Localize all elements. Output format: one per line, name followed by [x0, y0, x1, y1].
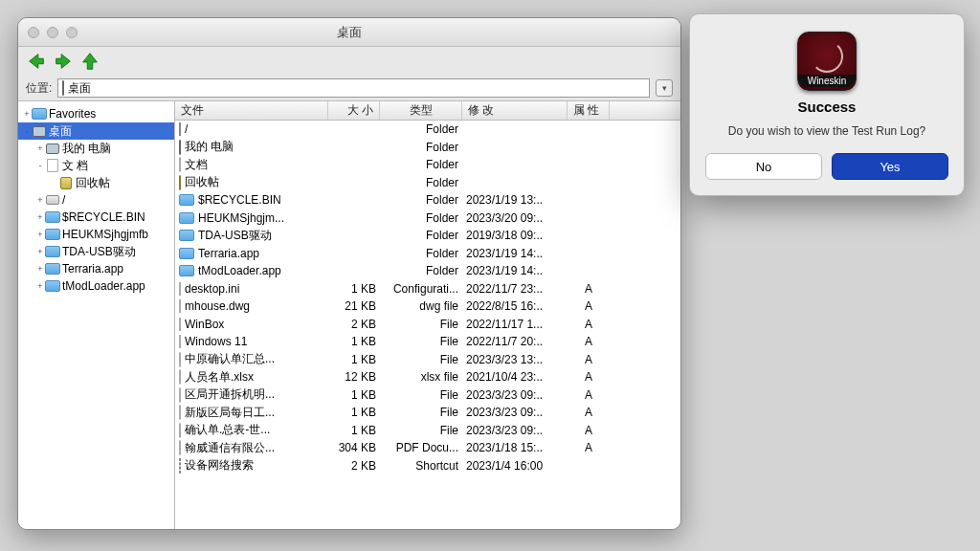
tree-item[interactable]: 回收帖 [18, 174, 174, 191]
file-modified: 2023/3/23 13:.. [462, 353, 568, 366]
file-attr: A [568, 370, 610, 384]
folder-icon [179, 230, 194, 241]
table-row[interactable]: /Folder [175, 121, 680, 139]
table-row[interactable]: TDA-USB驱动Folder2019/3/18 09:.. [175, 227, 680, 245]
monitor-icon [179, 141, 181, 154]
file-name: mhouse.dwg [185, 299, 250, 313]
tree-item[interactable]: +TDA-USB驱动 [18, 243, 174, 260]
col-attr[interactable]: 属 性 [568, 101, 610, 120]
table-row[interactable]: 设备网络搜索2 KBShortcut2023/1/4 16:00 [175, 457, 680, 475]
table-row[interactable]: 区局开通拆机明...1 KBFile2023/3/23 09:..A [175, 386, 680, 405]
table-row[interactable]: 新版区局每日工...1 KBFile2023/3/23 09:..A [175, 404, 680, 422]
disclosure-icon[interactable]: - [22, 126, 32, 136]
tree-item-label: 桌面 [49, 123, 72, 140]
tree-item[interactable]: +HEUKMSjhgjmfb [18, 226, 174, 243]
file-type: File [380, 353, 462, 366]
table-row[interactable]: $RECYCLE.BINFolder2023/1/19 13:.. [175, 191, 680, 209]
location-dropdown[interactable]: ▾ [656, 79, 673, 97]
table-row[interactable]: 确认单.总表-世...1 KBFile2023/3/23 09:..A [175, 422, 680, 440]
table-row[interactable]: 翰威通信有限公...304 KBPDF Docu...2023/1/18 15:… [175, 439, 680, 457]
table-row[interactable]: WinBox2 KBFile2022/11/17 1...A [175, 316, 680, 334]
folder-tree[interactable]: +Favorites-桌面+我的 电脑-文 档回收帖+/+$RECYCLE.BI… [18, 101, 175, 529]
location-bar: 位置: 桌面 ▾ [18, 76, 680, 100]
file-modified: 2023/3/20 09:.. [462, 211, 568, 225]
col-modified[interactable]: 修 改 [462, 101, 568, 120]
file-attr: A [568, 388, 610, 402]
file-name: / [185, 122, 188, 136]
tree-item[interactable]: +我的 电脑 [18, 140, 174, 157]
tree-item[interactable]: +/ [18, 191, 174, 209]
tree-item[interactable]: +tModLoader.app [18, 277, 174, 295]
file-modified: 2023/1/19 13:.. [462, 193, 568, 207]
table-row[interactable]: 回收帖Folder [175, 174, 680, 192]
col-file[interactable]: 文件 [175, 101, 328, 120]
disclosure-icon[interactable]: + [35, 264, 45, 274]
col-type[interactable]: 类型 [380, 101, 462, 120]
nav-toolbar [18, 47, 680, 76]
table-row[interactable]: desktop.ini1 KBConfigurati...2022/11/7 2… [175, 280, 680, 298]
location-field[interactable]: 桌面 [57, 78, 650, 98]
tree-item[interactable]: +Favorites [18, 105, 174, 122]
file-modified: 2022/11/7 23:.. [462, 282, 568, 296]
file-type: xlsx file [380, 370, 462, 384]
table-row[interactable]: mhouse.dwg21 KBdwg file2022/8/15 16:..A [175, 298, 680, 316]
tree-item-label: 文 档 [62, 158, 88, 174]
table-row[interactable]: 中原确认单汇总...1 KBFile2023/3/23 13:..A [175, 351, 680, 369]
tree-item[interactable]: +Terraria.app [18, 260, 174, 277]
disclosure-icon[interactable]: + [35, 143, 45, 153]
file-modified: 2023/3/23 09:.. [462, 406, 568, 419]
file-name: $RECYCLE.BIN [198, 193, 281, 207]
nav-forward-button[interactable] [53, 51, 74, 72]
tree-item[interactable]: -桌面 [18, 122, 174, 140]
yes-button[interactable]: Yes [832, 153, 948, 180]
folder-icon [45, 210, 60, 224]
disclosure-icon[interactable]: + [35, 281, 45, 291]
dialog-buttons: No Yes [705, 153, 948, 180]
file-list[interactable]: /Folder我的 电脑Folder文档Folder回收帖Folder$RECY… [175, 121, 680, 529]
col-size[interactable]: 大 小 [328, 101, 380, 120]
disclosure-icon[interactable]: + [35, 230, 45, 239]
file-type: Folder [380, 193, 462, 207]
file-name: HEUKMSjhgjm... [198, 211, 284, 225]
trash-icon [179, 176, 181, 189]
file-modified: 2021/10/4 23:.. [462, 370, 568, 384]
file-type: File [380, 335, 462, 348]
table-row[interactable]: 人员名单.xlsx12 KBxlsx file2021/10/4 23:..A [175, 368, 680, 386]
disclosure-icon[interactable]: - [35, 161, 45, 170]
file-type: Folder [380, 158, 462, 171]
file-type: Folder [380, 247, 462, 260]
table-row[interactable]: Terraria.appFolder2023/1/19 14:.. [175, 245, 680, 263]
folder-icon [45, 228, 60, 241]
disclosure-icon[interactable]: + [22, 109, 32, 119]
titlebar[interactable]: 桌面 [18, 18, 680, 47]
zoom-window-icon[interactable] [66, 27, 78, 38]
folder-icon [45, 245, 60, 258]
doc-icon [45, 159, 60, 172]
file-name: 区局开通拆机明... [185, 386, 275, 403]
disclosure-icon[interactable]: + [35, 247, 45, 256]
tree-item[interactable]: -文 档 [18, 157, 174, 174]
minimize-window-icon[interactable] [47, 27, 58, 38]
no-button[interactable]: No [705, 153, 822, 180]
table-row[interactable]: Windows 111 KBFile2022/11/7 20:..A [175, 333, 680, 351]
folder-icon [179, 194, 194, 206]
close-window-icon[interactable] [28, 27, 39, 38]
table-row[interactable]: 我的 电脑Folder [175, 139, 680, 157]
tree-item-label: TDA-USB驱动 [62, 244, 136, 260]
dialog-title: Success [705, 99, 948, 115]
monitor-icon [32, 124, 47, 138]
nav-back-button[interactable] [26, 51, 47, 72]
disclosure-icon[interactable]: + [35, 195, 45, 205]
tree-item-label: 回收帖 [76, 175, 110, 191]
folder-icon [179, 212, 194, 224]
file-attr: A [568, 424, 610, 437]
disclosure-icon[interactable]: + [35, 212, 45, 222]
table-row[interactable]: HEUKMSjhgjm...Folder2023/3/20 09:.. [175, 209, 680, 228]
nav-up-button[interactable] [79, 51, 100, 72]
table-row[interactable]: tModLoader.appFolder2023/1/19 14:.. [175, 262, 680, 280]
file-browser-window: 桌面 位置: 桌面 ▾ +Favorites-桌面+我的 电脑-文 档回收帖+/… [17, 17, 681, 530]
file-type: Configurati... [380, 282, 462, 296]
tree-item[interactable]: +$RECYCLE.BIN [18, 209, 174, 226]
file-name: 翰威通信有限公... [185, 440, 275, 456]
table-row[interactable]: 文档Folder [175, 156, 680, 174]
